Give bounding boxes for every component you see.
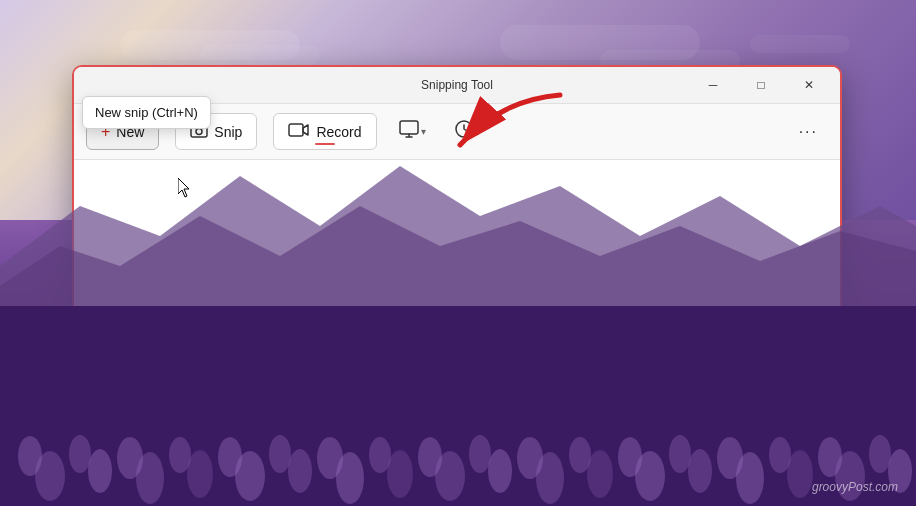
svg-point-22 (69, 435, 91, 473)
svg-point-4 (88, 449, 112, 493)
watermark: groovyPost.com (812, 480, 898, 494)
svg-point-31 (517, 437, 543, 479)
history-chevron-icon: ▾ (476, 126, 481, 137)
record-button-label: Record (316, 124, 361, 140)
mountain-silhouette (0, 146, 916, 326)
video-icon (288, 122, 310, 141)
svg-point-27 (317, 437, 343, 479)
svg-point-12 (488, 449, 512, 493)
svg-rect-41 (289, 124, 303, 136)
record-button[interactable]: Record (273, 113, 376, 150)
svg-point-35 (717, 437, 743, 479)
close-button[interactable]: ✕ (786, 71, 832, 99)
history-icon (454, 119, 474, 144)
window-controls: ─ □ ✕ (690, 71, 832, 99)
svg-point-16 (688, 449, 712, 493)
svg-point-29 (418, 437, 442, 477)
more-icon: ··· (799, 123, 818, 141)
svg-rect-42 (400, 121, 418, 134)
svg-point-40 (196, 129, 202, 135)
svg-point-36 (769, 437, 791, 473)
svg-point-33 (618, 437, 642, 477)
tooltip: New snip (Ctrl+N) (82, 96, 211, 129)
svg-point-23 (117, 437, 143, 479)
more-options-button[interactable]: ··· (789, 115, 828, 149)
svg-point-24 (169, 437, 191, 473)
svg-point-8 (288, 449, 312, 493)
window-title: Snipping Tool (421, 78, 493, 92)
svg-point-34 (669, 435, 691, 473)
svg-point-25 (218, 437, 242, 477)
maximize-button[interactable]: □ (738, 71, 784, 99)
tooltip-text: New snip (Ctrl+N) (95, 105, 198, 120)
svg-point-21 (18, 436, 42, 476)
svg-point-30 (469, 435, 491, 473)
screen-icon (399, 120, 419, 143)
minimize-button[interactable]: ─ (690, 71, 736, 99)
svg-point-28 (369, 437, 391, 473)
screen-chevron-icon: ▾ (421, 126, 426, 137)
svg-point-26 (269, 435, 291, 473)
svg-point-38 (869, 435, 891, 473)
svg-point-37 (818, 437, 842, 477)
snip-button-label: Snip (214, 124, 242, 140)
record-active-indicator (315, 143, 335, 145)
svg-point-32 (569, 437, 591, 473)
lavender-field (0, 306, 916, 506)
